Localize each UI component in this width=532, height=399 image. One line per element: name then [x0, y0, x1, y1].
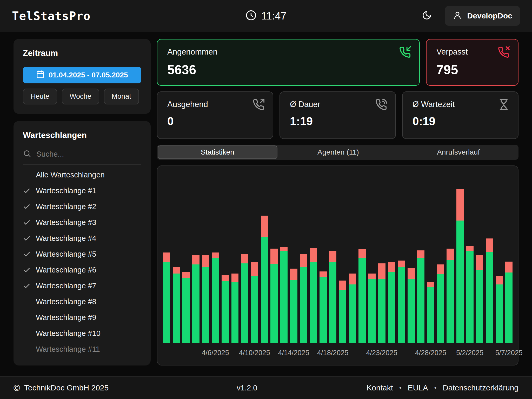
bar-group[interactable] [426, 173, 436, 343]
bar-group[interactable] [230, 173, 240, 343]
answered-segment [339, 290, 346, 343]
x-axis-tick: 4/18/2025 [317, 349, 348, 357]
date-range-button[interactable]: 01.04.2025 - 07.05.2025 [23, 67, 141, 83]
bar-group[interactable] [436, 173, 445, 343]
stacked-bar [456, 189, 464, 343]
bar-group[interactable] [357, 173, 367, 343]
bar-group[interactable] [348, 173, 357, 343]
bar-group[interactable] [465, 173, 475, 343]
queue-item[interactable]: Warteschlange #7 [23, 278, 141, 294]
bar-group[interactable] [191, 173, 201, 343]
missed-segment [290, 269, 297, 280]
bar-group[interactable] [269, 173, 279, 343]
bar-group[interactable] [416, 173, 426, 343]
main-content: Zeitraum 01.04.2025 - 07.05.2025 HeuteWo… [0, 32, 532, 376]
bar-group[interactable] [494, 173, 504, 343]
queue-item[interactable]: Warteschlange #11 [23, 341, 141, 357]
bar-group[interactable] [201, 173, 211, 343]
missed-segment [173, 267, 180, 274]
queue-item[interactable]: Warteschlange #8 [23, 294, 141, 310]
footer-link-kontakt[interactable]: Kontakt [367, 383, 393, 392]
missed-segment [496, 276, 503, 284]
stacked-bar [427, 282, 434, 343]
footer-separator: • [434, 384, 436, 391]
queue-item[interactable]: Alle Warteschlangen [23, 167, 141, 183]
queue-item[interactable]: Warteschlange #4 [23, 230, 141, 246]
bar-group[interactable] [377, 173, 387, 343]
answered-segment [476, 270, 483, 343]
tab-statistiken[interactable]: Statistiken [158, 145, 277, 159]
avg-wait-value: 0:19 [413, 115, 508, 128]
bar-group[interactable] [289, 173, 299, 343]
header-actions: DevelopDoc [419, 6, 520, 26]
date-range-label: 01.04.2025 - 07.05.2025 [49, 71, 128, 79]
bar-group[interactable] [367, 173, 377, 343]
stacked-bar [290, 269, 297, 343]
queue-item-label: Alle Warteschlangen [36, 171, 105, 179]
bar-group[interactable] [445, 173, 455, 343]
queue-item[interactable]: Warteschlange #9 [23, 310, 141, 325]
stacked-bar [378, 263, 385, 343]
stacked-bar [251, 262, 258, 343]
preset-monat-button[interactable]: Monat [104, 89, 139, 104]
bar-group[interactable] [396, 173, 406, 343]
missed-segment [505, 262, 513, 272]
stacked-bar [261, 216, 268, 343]
answered-value: 5636 [167, 62, 409, 77]
bar-group[interactable] [260, 173, 269, 343]
answered-segment [427, 287, 434, 343]
bar-group[interactable] [220, 173, 230, 343]
footer-link-datenschutzerkl-rung[interactable]: Datenschutzerklärung [443, 383, 518, 392]
stacked-bar [466, 246, 474, 343]
queue-item[interactable]: Warteschlange #10 [23, 325, 141, 341]
tab-agenten-11[interactable]: Agenten (11) [279, 145, 398, 159]
x-axis-tick: 4/10/2025 [239, 349, 270, 357]
queue-item-label: Warteschlange #11 [36, 345, 100, 354]
queue-item[interactable]: Warteschlange #6 [23, 262, 141, 278]
bar-group[interactable] [328, 173, 338, 343]
bar-group[interactable] [210, 173, 220, 343]
bar-group[interactable] [162, 173, 171, 343]
bar-group[interactable] [250, 173, 260, 343]
bar-group[interactable] [298, 173, 308, 343]
dark-mode-toggle[interactable] [419, 8, 435, 24]
preset-woche-button[interactable]: Woche [62, 89, 99, 104]
missed-segment [261, 216, 268, 237]
queue-item-label: Warteschlange #3 [36, 218, 96, 227]
bar-group[interactable] [171, 173, 181, 343]
bar-group[interactable] [455, 173, 465, 343]
queue-item[interactable]: Warteschlange #1 [23, 183, 141, 199]
user-icon [453, 11, 462, 21]
bar-group[interactable] [406, 173, 416, 343]
bar-group[interactable] [318, 173, 328, 343]
queue-item-label: Warteschlange #10 [36, 329, 101, 338]
missed-segment [280, 247, 288, 251]
preset-heute-button[interactable]: Heute [23, 89, 57, 104]
tab-anrufsverlauf[interactable]: Anrufsverlauf [399, 145, 518, 159]
bar-group[interactable] [240, 173, 250, 343]
missed-segment [231, 274, 239, 283]
missed-segment [427, 282, 434, 287]
answered-segment [408, 279, 415, 343]
bar-group[interactable] [475, 173, 485, 343]
bar-group[interactable] [308, 173, 318, 343]
bar-group[interactable] [279, 173, 289, 343]
footer-link-eula[interactable]: EULA [408, 383, 428, 392]
search-input[interactable] [36, 150, 141, 159]
stacked-bar [310, 248, 317, 343]
queue-item[interactable]: Warteschlange #2 [23, 199, 141, 215]
answered-segment [388, 272, 395, 343]
answered-segment [447, 260, 454, 343]
bar-group[interactable] [484, 173, 494, 343]
user-menu-button[interactable]: DevelopDoc [445, 6, 520, 26]
queue-item[interactable]: Warteschlange #5 [23, 246, 141, 262]
bar-group[interactable] [387, 173, 396, 343]
bar-group[interactable] [338, 173, 348, 343]
missed-segment [300, 254, 307, 267]
missed-segment [251, 262, 258, 276]
bar-group[interactable] [504, 173, 514, 343]
queue-item[interactable]: Warteschlange #3 [23, 215, 141, 230]
missed-segment [241, 254, 248, 263]
bar-group[interactable] [181, 173, 191, 343]
missed-label: Verpasst [436, 47, 508, 57]
